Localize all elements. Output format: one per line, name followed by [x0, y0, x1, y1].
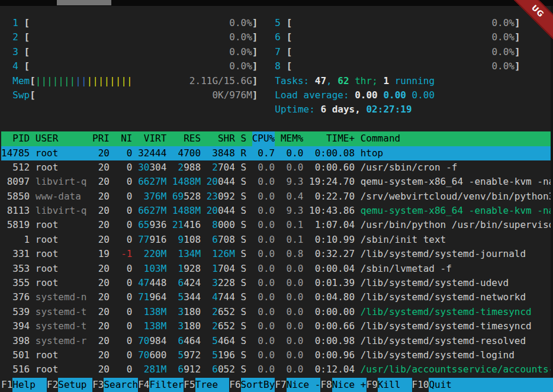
header-col-cpu%[interactable]: CPU% [252, 131, 275, 146]
col-pid: 8113 [1, 204, 30, 218]
swap-meter-bar: 0K/976M [36, 88, 252, 102]
debug-ribbon-label: UG [530, 3, 546, 19]
fkey-f2-setup[interactable]: F2Setup [47, 378, 92, 392]
horizontal-scrollbar[interactable] [0, 0, 553, 6]
bracket-open: [ [24, 16, 30, 30]
fkey-f3-search[interactable]: F3Search [92, 378, 138, 392]
fkey-f1-help[interactable]: F1Help [1, 378, 47, 392]
col-ni: 0 [115, 233, 133, 247]
cpu-meter-3-value: 0.0% [229, 45, 252, 59]
col-cpu-percent: 0.0 [252, 189, 275, 204]
meter-col-left: 4 [0.0%] [1, 59, 258, 73]
col-command: htop [361, 146, 551, 160]
header-col-ni[interactable]: NI [115, 131, 133, 146]
process-row-331[interactable]: 331root19-1220M134M126MS0.00.80:32.27/li… [1, 247, 551, 261]
value-high-part: 6627M [138, 176, 166, 187]
col-mem-percent: 0.0 [281, 262, 304, 276]
cpu-meter-2: 2 [0.0%] [1, 30, 258, 44]
fkey-label: Tree [195, 378, 230, 392]
col-user: root [36, 233, 87, 247]
cpu-meter-7-value: 0.0% [491, 45, 515, 59]
col-command: /usr/bin/python /usr/bin/superviso [361, 218, 551, 232]
header-col-command[interactable]: Command [361, 131, 551, 146]
col-time: 0:00.66 [309, 319, 355, 333]
fkey-f9-kill[interactable]: F9Kill [366, 378, 412, 392]
col-user: libvirt-q [36, 204, 87, 218]
col-cpu-percent: 0.0 [252, 204, 275, 218]
header-col-time+[interactable]: TIME+ [309, 131, 355, 146]
process-row-512[interactable]: 512root2003030429882704S0.00.00:00.60/us… [1, 160, 551, 175]
header-col-mem%[interactable]: MEM% [281, 131, 304, 146]
process-row-376[interactable]: 376systemd-n2007196453444744S0.00.00:04.… [1, 290, 551, 304]
bracket-close: ] [515, 45, 520, 59]
process-row-539[interactable]: 539systemd-t200138M31802652S0.00.00:00.0… [1, 305, 551, 319]
header-col-res[interactable]: RES [172, 131, 201, 146]
fkey-f10-quit[interactable]: F10Quit [412, 378, 553, 392]
value-high-part: 2 [212, 162, 218, 173]
header-col-virt[interactable]: VIRT [138, 131, 166, 146]
fkey-label: Kill [378, 378, 412, 392]
process-row-398[interactable]: 398systemd-r2007098464645464S0.00.00:00.… [1, 334, 551, 348]
process-row-501[interactable]: 501root2007060059725196S0.00.00:00.96/li… [1, 348, 551, 362]
value-high-part: 70 [138, 335, 149, 346]
process-row-5819[interactable]: 5819root20065936214168000S0.00.11:07.04/… [1, 218, 551, 232]
col-pid: 5850 [1, 189, 30, 204]
process-row-1[interactable]: 1root2007791691086708S0.00.10:10.99/sbin… [1, 233, 551, 247]
process-row-353[interactable]: 353root200103M19281704S0.00.00:00.04/sbi… [1, 262, 551, 276]
bracket-close: ] [515, 30, 520, 44]
col-virt: 220M [138, 247, 166, 261]
col-shr: 20044 [207, 175, 235, 189]
column-gap [258, 74, 275, 88]
process-row-14785[interactable]: 14785root2003244447003848R0.70.00:00.08h… [1, 146, 551, 160]
header-col-shr[interactable]: SHR [207, 131, 235, 146]
fkey-f5-tree[interactable]: F5Tree [184, 378, 229, 392]
value-high-part: 2 [212, 320, 218, 332]
load-average: Load average: 0.00 0.00 0.00 [275, 88, 435, 102]
col-state: S [240, 218, 246, 232]
col-state: S [240, 160, 246, 175]
col-virt: 30304 [138, 160, 166, 175]
col-res: 69528 [172, 189, 201, 204]
value-high-part: 281M [144, 364, 167, 375]
process-row-394[interactable]: 394systemd-t200138M31802652S0.00.00:00.6… [1, 319, 551, 333]
scrollbar-thumb[interactable] [57, 0, 111, 5]
meters-section: 1 [0.0%]5 [0.0%] 2 [0.0%]6 [0.0%] 3 [0.0… [1, 16, 551, 131]
col-ni: 0 [115, 204, 133, 218]
bracket-close: ] [515, 59, 520, 73]
col-user: root [36, 247, 87, 261]
swap-meter: Swp[0K/976M] [1, 88, 258, 102]
header-col-pid[interactable]: PID [1, 131, 30, 146]
header-col-user[interactable]: USER [36, 131, 87, 146]
uptime: Uptime: 6 days, 02:27:19 [275, 102, 411, 117]
fkey-f7-nice-[interactable]: F7Nice - [275, 378, 320, 392]
process-row-8097[interactable]: 8097libvirt-q2006627M1488M20044S0.09.319… [1, 175, 551, 189]
col-res: 6424 [172, 276, 201, 290]
col-cpu-percent: 0.0 [252, 218, 275, 232]
col-mem-percent: 0.0 [281, 305, 304, 319]
cpu-meter-7-label: 7 [275, 45, 286, 59]
fkey-f4-filter[interactable]: F4Filter [138, 378, 184, 392]
load-15min: 0.00 [412, 88, 435, 102]
process-row-355[interactable]: 355root2004744864243228S0.00.00:01.39/li… [1, 276, 551, 290]
header-col-s[interactable]: S [240, 131, 246, 146]
col-cpu-percent: 0.0 [252, 160, 275, 175]
col-res: 3180 [172, 305, 201, 319]
col-cpu-percent: 0.0 [252, 319, 275, 333]
col-pid: 398 [1, 334, 30, 348]
col-shr: 20044 [207, 204, 235, 218]
process-row-5850[interactable]: 5850www-data200376M6952823092S0.00.40:22… [1, 189, 551, 204]
meter-col-left: 3 [0.0%] [1, 45, 258, 59]
col-command: /sbin/init text [361, 233, 551, 247]
fkey-f8-nice+[interactable]: F8Nice + [320, 378, 366, 392]
header-col-pri[interactable]: PRI [92, 131, 110, 146]
col-res: 5344 [172, 290, 201, 304]
process-row-516[interactable]: 516root200281M69126052S0.00.00:12.04/usr… [1, 362, 551, 377]
process-row-8113[interactable]: 8113libvirt-q2006627M1488M20044S0.09.310… [1, 204, 551, 218]
fkey-f6-sortby[interactable]: F6SortBy [229, 378, 275, 392]
meter-line: Mem[|||||||||||||||||2.11G/15.6G]Tasks: … [1, 74, 551, 88]
col-pri: 20 [92, 204, 110, 218]
col-state: S [240, 319, 246, 333]
col-cpu-percent: 0.0 [252, 290, 275, 304]
space [378, 88, 384, 102]
running-count: 1 [383, 74, 389, 88]
